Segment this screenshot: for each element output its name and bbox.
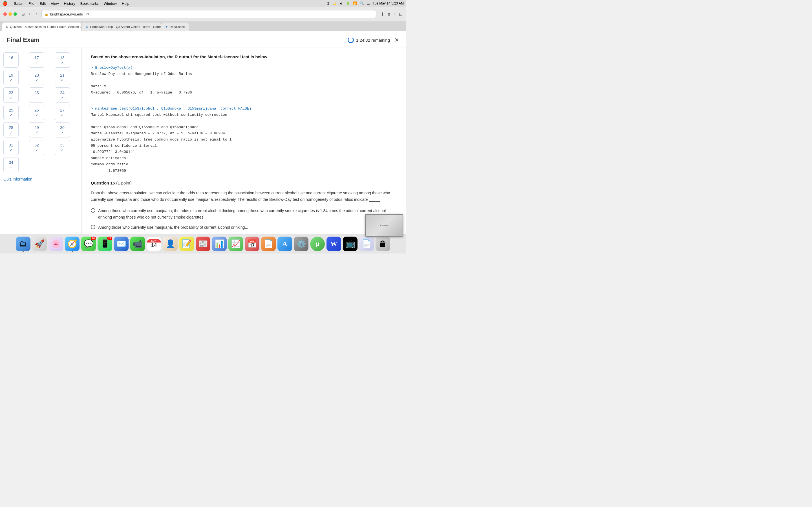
menubar-safari[interactable]: Safari bbox=[14, 1, 23, 6]
dock-mail[interactable]: ✉️ bbox=[114, 237, 129, 251]
dock-numbers[interactable]: 📈 bbox=[229, 237, 243, 251]
menubar-view[interactable]: View bbox=[51, 1, 59, 6]
dock-utorrent-icon: μ bbox=[315, 240, 319, 247]
question-nav-28[interactable]: 28 ✓ bbox=[3, 122, 18, 137]
menubar-help[interactable]: Help bbox=[122, 1, 130, 6]
dock-safari-icon: 🧭 bbox=[67, 239, 77, 248]
question-nav-19[interactable]: 19 ✓ bbox=[3, 70, 18, 85]
dock-messages-icon: 💬 bbox=[84, 239, 94, 248]
dock-whatsapp-icon: 📱 bbox=[100, 239, 110, 248]
dock-appletv-icon: 📺 bbox=[345, 239, 355, 248]
dock-finder-icon: 🗂 bbox=[19, 239, 27, 248]
menubar-window[interactable]: Window bbox=[104, 1, 117, 6]
menubar-file[interactable]: File bbox=[29, 1, 35, 6]
dock-safari[interactable]: 🧭 bbox=[65, 237, 80, 251]
dock-calendar-month: MAY bbox=[147, 239, 161, 242]
code-command-2: > mantelhaen.test(Q15$alcohol , Q15$smok… bbox=[91, 107, 252, 111]
dock-calendar[interactable]: MAY 14 bbox=[147, 237, 161, 251]
dock-pages[interactable]: 📄 bbox=[261, 237, 276, 251]
back-btn[interactable]: ‹ bbox=[27, 10, 32, 18]
share-btn[interactable]: ⬆ bbox=[387, 11, 391, 17]
question-nav-25[interactable]: 25 ✓ bbox=[3, 105, 18, 120]
question-nav-26[interactable]: 26 ✓ bbox=[29, 105, 44, 120]
dock-word[interactable]: W bbox=[326, 237, 341, 251]
tab-coursehero[interactable]: ★ Homework Help - Q&A from Online Tutors… bbox=[82, 22, 161, 31]
question-nav-20[interactable]: 20 ✓ bbox=[29, 70, 44, 85]
dock-photos[interactable]: 🌸 bbox=[49, 237, 63, 251]
dock-utorrent[interactable]: μ bbox=[310, 237, 325, 251]
dock-safari-dot bbox=[71, 251, 73, 252]
url-text[interactable]: brightspace.nyu.edu bbox=[50, 12, 83, 16]
menubar-edit[interactable]: Edit bbox=[40, 1, 46, 6]
dock-launchpad-icon: 🚀 bbox=[35, 239, 45, 248]
question-nav-16[interactable]: 16 -- bbox=[3, 52, 18, 68]
question-nav-32[interactable]: 32 ✓ bbox=[29, 140, 44, 155]
tab-label-coursehero: Homework Help - Q&A from Online Tutors -… bbox=[90, 25, 161, 29]
dock-appstore[interactable]: A bbox=[277, 237, 292, 251]
quiz-info-link[interactable]: Quiz Information bbox=[3, 177, 78, 181]
code-command-1: > BreslowDayTest(x) bbox=[91, 66, 133, 70]
dock-messages[interactable]: 💬 28 bbox=[81, 237, 96, 251]
dock-notes-icon: 📝 bbox=[182, 239, 192, 248]
dock-appletv[interactable]: 📺 bbox=[343, 237, 357, 251]
question-nav-22[interactable]: 22 ✓ bbox=[3, 87, 18, 103]
dock-news-icon: 📰 bbox=[198, 239, 208, 248]
dock-worddoc[interactable]: 📄 bbox=[359, 237, 374, 251]
question-15-header: Question 15 (1 point) bbox=[91, 180, 397, 186]
new-tab-btn[interactable]: + bbox=[394, 11, 396, 17]
radio-option-b[interactable] bbox=[91, 225, 95, 229]
tab-doc8[interactable]: ★ Doc8.docx bbox=[161, 22, 189, 31]
dock-notes[interactable]: 📝 bbox=[179, 237, 194, 251]
dock-whatsapp[interactable]: 📱 24 bbox=[98, 237, 112, 251]
tab-quizzes[interactable]: N Quizzes - Biostatistics for Public Hea… bbox=[2, 22, 81, 31]
question-nav-18[interactable]: 18 ✓ bbox=[55, 52, 70, 68]
menubar-controlcenter-icon[interactable]: ☰ bbox=[367, 1, 370, 5]
question-nav-23[interactable]: 23 -- bbox=[29, 87, 44, 103]
question-nav-34[interactable]: 34 -- bbox=[3, 157, 18, 172]
close-window-btn[interactable] bbox=[3, 12, 7, 16]
dock-finder[interactable]: 🗂 bbox=[16, 237, 31, 251]
question-nav-31[interactable]: 31 ✓ bbox=[3, 140, 18, 155]
dock-worddoc-icon: 📄 bbox=[362, 239, 371, 248]
code-ci-values: 0.9207721 3.0400141 bbox=[91, 150, 135, 154]
dock: 🗂 🚀 🌸 🧭 💬 28 📱 24 ✉️ 📹 MAY 14 👤 📝 📰 📊 bbox=[0, 234, 406, 253]
question-nav-27[interactable]: 27 ✓ bbox=[55, 105, 70, 120]
question-nav-21[interactable]: 21 ✓ bbox=[55, 70, 70, 85]
dock-fantastical[interactable]: 📅 bbox=[245, 237, 259, 251]
dock-news[interactable]: 📰 bbox=[196, 237, 210, 251]
dock-trash[interactable]: 🗑 bbox=[375, 237, 390, 251]
dock-appstore-icon: A bbox=[282, 240, 287, 247]
dock-pages-icon: 📄 bbox=[264, 239, 273, 248]
fullscreen-window-btn[interactable] bbox=[13, 12, 17, 16]
menubar-moon-icon: 🌙 bbox=[333, 1, 337, 5]
dock-keynote[interactable]: 📊 bbox=[212, 237, 227, 251]
menubar-time: Tue May 14 5:23 AM bbox=[373, 1, 404, 5]
dock-launchpad[interactable]: 🚀 bbox=[32, 237, 47, 251]
question-nav-29[interactable]: 29 ✓ bbox=[29, 122, 44, 137]
dock-system-prefs[interactable]: ⚙️ bbox=[294, 237, 308, 251]
dock-facetime[interactable]: 📹 bbox=[130, 237, 145, 251]
dock-contacts-icon: 👤 bbox=[165, 239, 175, 248]
refresh-btn[interactable]: ↻ bbox=[86, 12, 89, 16]
question-nav-17[interactable]: 17 ✓ bbox=[29, 52, 44, 68]
address-bar[interactable]: 🔒 brightspace.nyu.edu ↻ bbox=[42, 10, 376, 18]
dock-contacts[interactable]: 👤 bbox=[163, 237, 177, 251]
forward-btn[interactable]: › bbox=[34, 10, 39, 18]
sidebar-btn[interactable]: ⊡ bbox=[399, 11, 403, 17]
question-nav-30[interactable]: 30 ✓ bbox=[55, 122, 70, 137]
download-btn[interactable]: ⬇ bbox=[380, 11, 384, 17]
menubar-control-icon: 🎛 bbox=[326, 1, 329, 5]
ssl-lock-icon: 🔒 bbox=[45, 12, 49, 16]
menubar-history[interactable]: History bbox=[64, 1, 75, 6]
close-quiz-btn[interactable]: ✕ bbox=[395, 37, 399, 43]
sidebar-toggle-btn[interactable]: ⊞ bbox=[21, 12, 25, 16]
question-nav-33[interactable]: 33 ✓ bbox=[55, 140, 70, 155]
question-number-grid: 16 -- 17 ✓ 18 ✓ 19 ✓ 20 ✓ bbox=[3, 52, 78, 172]
menubar-bookmarks[interactable]: Bookmarks bbox=[80, 1, 99, 6]
question-nav-24[interactable]: 24 ✓ bbox=[55, 87, 70, 103]
minimize-window-btn[interactable] bbox=[8, 12, 12, 16]
menubar-search-icon[interactable]: 🔍 bbox=[360, 1, 364, 5]
apple-menu[interactable]: 🍎 bbox=[2, 1, 8, 6]
radio-option-a[interactable] bbox=[91, 208, 95, 213]
menubar-battery-icon: 🔋 bbox=[346, 1, 350, 5]
